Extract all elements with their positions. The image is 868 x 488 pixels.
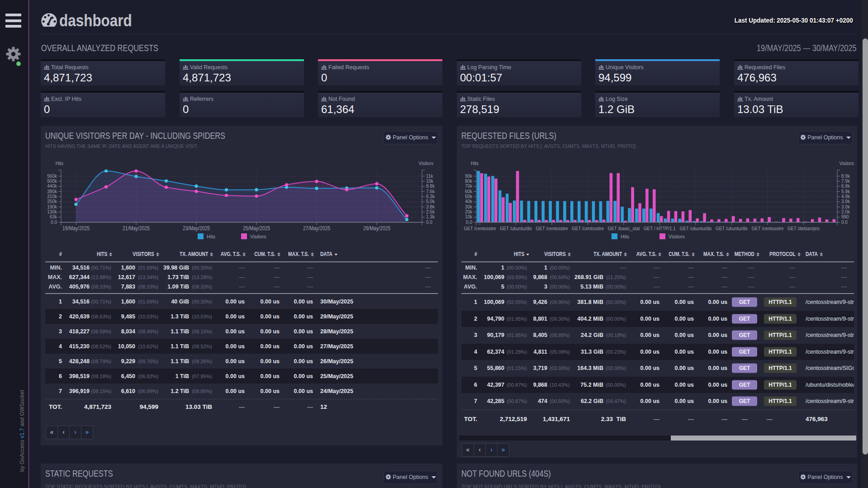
svg-text:Visitors: Visitors (669, 234, 685, 239)
svg-text:20k: 20k (465, 209, 473, 214)
svg-text:3.0k: 3.0k (841, 204, 850, 209)
svg-text:80k: 80k (465, 179, 473, 184)
svg-text:GET /ubuntu/dis: GET /ubuntu/dis (500, 226, 532, 231)
svg-text:0.0: 0.0 (426, 220, 432, 225)
svg-text:50k: 50k (465, 194, 473, 199)
svg-text:60k: 60k (465, 189, 473, 194)
svg-text:130k: 130k (47, 209, 57, 214)
svg-text:4.9k: 4.9k (841, 194, 850, 199)
svg-text:310k: 310k (47, 194, 57, 199)
svg-text:21/May/2025: 21/May/2025 (123, 225, 150, 232)
svg-text:40k: 40k (465, 199, 473, 204)
svg-text:Hits: Hits (471, 161, 479, 166)
svg-text:GET /centosstre: GET /centosstre (536, 226, 568, 231)
svg-text:Visitors: Visitors (250, 234, 266, 239)
svg-text:23/May/2025: 23/May/2025 (183, 225, 210, 232)
svg-text:3.9k: 3.9k (841, 199, 850, 204)
svg-text:GET / HTTP/1.1: GET / HTTP/1.1 (644, 226, 676, 231)
svg-text:440k: 440k (47, 184, 57, 189)
svg-text:7.9k: 7.9k (841, 179, 850, 184)
svg-text:10k: 10k (426, 179, 434, 184)
svg-text:29/May/2025: 29/May/2025 (363, 225, 390, 232)
svg-text:8.9k: 8.9k (841, 174, 850, 179)
svg-text:5.9k: 5.9k (841, 189, 850, 194)
svg-text:25/May/2025: 25/May/2025 (243, 225, 270, 232)
svg-text:Hits: Hits (207, 234, 215, 239)
svg-text:GET /ubuntu/dis: GET /ubuntu/dis (680, 226, 712, 231)
svg-text:1.3k: 1.3k (426, 214, 435, 219)
svg-text:2.5k: 2.5k (426, 209, 435, 214)
svg-text:27/May/2025: 27/May/2025 (303, 225, 330, 232)
svg-text:GET /centosstre: GET /centosstre (752, 226, 784, 231)
svg-text:90k: 90k (465, 174, 473, 179)
svg-text:63k: 63k (50, 214, 57, 219)
svg-text:GET /debian/pro: GET /debian/pro (787, 226, 820, 231)
svg-text:GET /ubuntu/dis: GET /ubuntu/dis (716, 226, 748, 231)
svg-text:GET /basic_stat: GET /basic_stat (607, 226, 640, 231)
svg-text:70k: 70k (465, 184, 473, 189)
svg-text:0.0: 0.0 (466, 220, 472, 225)
svg-text:190k: 190k (47, 204, 57, 209)
svg-text:380k: 380k (47, 189, 57, 194)
svg-text:0.0: 0.0 (841, 220, 848, 225)
svg-text:GET /centosstre: GET /centosstre (572, 226, 604, 231)
svg-text:Hits: Hits (621, 234, 629, 239)
svg-text:250k: 250k (47, 199, 57, 204)
svg-text:11k: 11k (426, 174, 433, 179)
svg-text:GET /centosstre: GET /centosstre (464, 226, 496, 231)
svg-text:6.9k: 6.9k (841, 184, 850, 189)
svg-text:Visitors: Visitors (839, 161, 854, 166)
svg-text:7.6k: 7.6k (426, 189, 435, 194)
svg-text:8.8k: 8.8k (426, 184, 435, 189)
svg-text:Hits: Hits (56, 161, 63, 166)
svg-text:0.0: 0.0 (51, 220, 57, 225)
svg-text:560k: 560k (47, 174, 57, 179)
svg-text:990: 990 (841, 214, 849, 219)
svg-text:500k: 500k (47, 179, 57, 184)
svg-text:5.0k: 5.0k (426, 199, 435, 204)
svg-text:Visitors: Visitors (418, 161, 433, 166)
svg-text:19/May/2025: 19/May/2025 (62, 225, 90, 232)
svg-text:30k: 30k (465, 204, 473, 209)
svg-text:10k: 10k (465, 214, 473, 219)
svg-text:3.8k: 3.8k (426, 204, 435, 209)
svg-text:2.0k: 2.0k (841, 209, 850, 214)
svg-text:6.3k: 6.3k (426, 194, 435, 199)
